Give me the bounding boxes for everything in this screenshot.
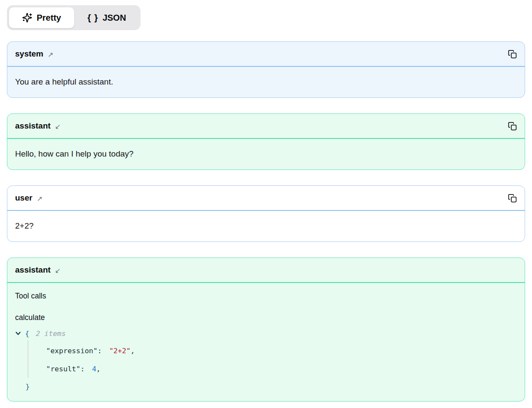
message-card-assistant: assistant ↙ Hello, how can I help you to… [7,113,525,170]
tool-calls-heading: Tool calls [15,290,517,302]
copy-button[interactable] [508,194,517,203]
tool-name: calculate [15,312,517,323]
message-content: 2+2? [7,211,525,242]
json-tree-viewer: { 2 items "expression": "2+2" , "result"… [15,325,517,395]
message-card-user: user ↗ 2+2? [7,185,525,242]
json-root-row: { 2 items [15,325,517,342]
json-key: "expression": [46,345,102,357]
chevron-down-icon[interactable] [15,330,22,336]
arrow-down-left-icon: ↙ [55,267,60,275]
json-comma: , [131,345,135,357]
arrow-up-right-icon: ↗ [37,195,42,203]
message-header: system ↗ [7,42,525,67]
tab-json-label: JSON [103,13,126,23]
json-children: "expression": "2+2" , "result": 4 , [15,342,517,378]
copy-button[interactable] [508,50,517,59]
json-entry-expression: "expression": "2+2" , [15,342,517,360]
view-toggle: Pretty { } JSON [7,5,141,30]
braces-icon: { } [88,13,98,23]
role-label: user [15,193,32,203]
tab-json[interactable]: { } JSON [75,7,139,28]
json-comma: , [96,363,100,375]
tab-pretty[interactable]: Pretty [9,7,75,28]
message-card-assistant-toolcall: assistant ↙ Tool calls calculate { 2 ite… [7,257,525,402]
json-key: "result": [46,363,84,375]
message-header: user ↗ [7,186,525,211]
arrow-down-left-icon: ↙ [55,122,60,131]
tab-pretty-label: Pretty [37,13,61,23]
message-card-system: system ↗ You are a helpful assistant. [7,41,525,98]
item-count-label: 2 items [36,328,66,339]
message-content: You are a helpful assistant. [7,67,525,97]
json-close-row: } [15,378,517,395]
close-brace: } [25,381,30,392]
json-entry-result: "result": 4 , [15,360,517,378]
role-label: assistant [15,121,50,131]
message-content: Hello, how can I help you today? [7,139,525,169]
copy-button[interactable] [508,122,517,131]
sparkles-icon [22,13,32,23]
role-label: system [15,49,44,59]
arrow-up-right-icon: ↗ [48,50,53,59]
message-header: assistant ↙ [7,258,525,283]
json-number-value: 4 [92,363,96,375]
tool-calls-section: Tool calls calculate { 2 items "expressi… [7,283,525,401]
message-header: assistant ↙ [7,114,525,139]
json-string-value: "2+2" [109,345,131,357]
role-label: assistant [15,265,50,275]
open-brace: { [25,328,29,339]
